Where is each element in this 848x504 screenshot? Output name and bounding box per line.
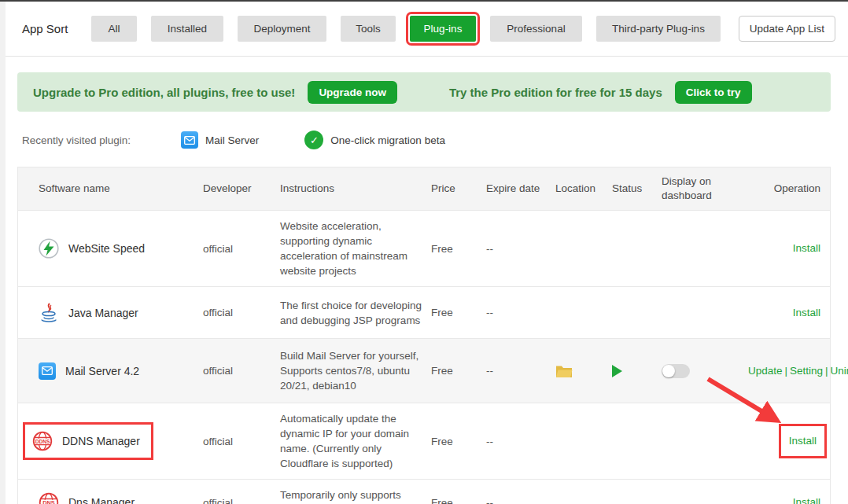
col-developer: Developer	[203, 167, 280, 210]
folder-icon[interactable]	[555, 364, 573, 378]
app-price: Free	[431, 339, 486, 403]
app-developer: official	[203, 480, 280, 504]
mail-icon	[181, 131, 198, 149]
upgrade-message: Upgrade to Pro edition, all plugins, fre…	[33, 86, 295, 99]
app-sort-toolbar: App Sort All Installed Deployment Tools …	[6, 2, 848, 57]
col-price: Price	[431, 167, 486, 210]
trial-message: Try the Pro edition for free for 15 days	[449, 86, 662, 99]
annotation-box-install: Install	[779, 424, 827, 458]
install-link[interactable]: Install	[793, 495, 820, 504]
table-row-ddns-manager: DDNS DDNS Manager official Automatically…	[18, 403, 830, 479]
uninstall-link[interactable]: Uninstall	[831, 365, 848, 377]
app-store-page: App Sort All Installed Deployment Tools …	[0, 0, 848, 504]
col-expire-date: Expire date	[486, 167, 555, 210]
mail-icon	[39, 362, 56, 380]
svg-text:DDNS: DDNS	[35, 439, 50, 444]
app-expire-date: --	[486, 403, 555, 479]
col-display-on-dashboard: Display on dashboard	[662, 167, 748, 210]
app-expire-date: --	[486, 211, 555, 286]
app-price: Free	[431, 403, 486, 479]
app-price: Free	[431, 480, 486, 504]
app-instructions: Build Mail Server for yourself, Supports…	[280, 339, 431, 403]
filter-tools-button[interactable]: Tools	[341, 16, 396, 42]
app-instructions: Website acceleration, supporting dynamic…	[280, 211, 431, 286]
annotation-box-ddns: DDNS DDNS Manager	[23, 422, 153, 460]
app-name: Java Manager	[68, 307, 138, 319]
app-name: WebSite Speed	[68, 242, 145, 255]
check-icon: ✓	[304, 131, 323, 149]
recent-plugin-label: Mail Server	[205, 134, 259, 146]
col-instructions: Instructions	[280, 167, 431, 210]
app-developer: official	[203, 339, 280, 403]
ddns-manager-icon: DDNS	[32, 431, 53, 451]
setting-link[interactable]: Setting	[790, 365, 823, 377]
install-link[interactable]: Install	[793, 305, 820, 321]
app-instructions: Automatically update the dynamic IP for …	[280, 403, 431, 479]
app-instructions: The first choice for developing and debu…	[280, 287, 431, 338]
pro-upgrade-banner: Upgrade to Pro edition, all plugins, fre…	[17, 72, 831, 112]
app-developer: official	[203, 403, 280, 479]
col-status: Status	[612, 167, 662, 210]
toggle-knob	[662, 365, 675, 377]
recent-plugin-mail-server[interactable]: Mail Server	[181, 131, 259, 149]
plugin-table: Software name Developer Instructions Pri…	[17, 167, 831, 504]
table-row-java-manager: Java Manager official The first choice f…	[18, 286, 830, 338]
app-name: Dns Manager	[68, 496, 135, 504]
recently-visited-bar: Recently visited plugin: Mail Server ✓ O…	[22, 126, 831, 154]
table-row-mail-server: Mail Server 4.2 official Build Mail Serv…	[18, 338, 830, 403]
filter-plugins-button-active[interactable]: Plug-ins	[410, 16, 476, 42]
upgrade-now-button[interactable]: Upgrade now	[308, 81, 397, 104]
table-header-row: Software name Developer Instructions Pri…	[18, 167, 830, 210]
app-developer: official	[203, 211, 280, 286]
col-software-name: Software name	[18, 167, 203, 210]
java-manager-icon	[39, 303, 59, 323]
filter-installed-button[interactable]: Installed	[151, 16, 223, 42]
filter-thirdparty-button[interactable]: Third-party Plug-ins	[596, 16, 721, 42]
app-developer: official	[203, 287, 280, 338]
app-instructions: Temporarily only supports centos7 and ab…	[280, 480, 431, 504]
svg-text:DNS: DNS	[42, 499, 55, 504]
operation-separator: |	[785, 365, 788, 377]
app-expire-date: --	[486, 480, 555, 504]
recent-plugin-label: One-click migration beta	[330, 134, 445, 146]
col-operation: Operation	[748, 167, 830, 210]
app-price: Free	[431, 287, 486, 338]
filter-all-button[interactable]: All	[91, 16, 137, 42]
app-sort-label: App Sort	[22, 22, 91, 35]
recently-visited-label: Recently visited plugin:	[22, 134, 131, 146]
col-location: Location	[555, 167, 612, 210]
filter-professional-button[interactable]: Professional	[490, 16, 582, 42]
app-name: Mail Server 4.2	[65, 365, 139, 377]
app-price: Free	[431, 211, 486, 286]
app-name: DDNS Manager	[62, 435, 140, 447]
page-left-gutter	[0, 2, 6, 504]
filter-deployment-button[interactable]: Deployment	[238, 16, 326, 42]
operation-separator: |	[825, 365, 828, 377]
dns-manager-icon: DNS	[39, 492, 59, 504]
website-speed-icon	[39, 238, 59, 259]
filter-button-group: All Installed Deployment Tools Plug-ins …	[91, 16, 721, 42]
app-expire-date: --	[486, 339, 555, 403]
status-running-icon[interactable]	[612, 365, 622, 377]
table-row-dns-manager: DNS Dns Manager official Temporarily onl…	[18, 479, 830, 504]
app-expire-date: --	[486, 287, 555, 338]
install-link[interactable]: Install	[793, 241, 820, 256]
install-link[interactable]: Install	[789, 435, 817, 447]
dashboard-toggle-off[interactable]	[662, 364, 690, 378]
table-row-website-speed: WebSite Speed official Website accelerat…	[18, 210, 830, 286]
click-to-try-button[interactable]: Click to try	[675, 81, 752, 104]
recent-plugin-one-click-migration[interactable]: ✓ One-click migration beta	[304, 131, 445, 149]
update-app-list-button[interactable]: Update App List	[739, 16, 835, 42]
update-link[interactable]: Update	[748, 365, 783, 377]
